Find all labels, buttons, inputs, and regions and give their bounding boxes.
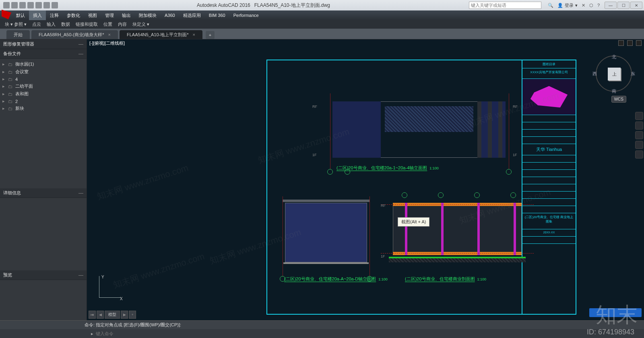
tree-item[interactable]: ▸🗀御水园(1)	[2, 60, 84, 68]
help-icon[interactable]: ?	[597, 3, 600, 8]
ribbon-panel-blockdef[interactable]: 块定义 ▾	[132, 21, 149, 27]
tree-item[interactable]: ▸🗀2	[2, 98, 84, 105]
qat-undo-icon[interactable]	[43, 2, 50, 8]
app-logo-icon[interactable]	[2, 10, 11, 19]
ribbon-tab-annotate[interactable]: 注释	[46, 10, 63, 20]
layout-nav-next-icon[interactable]: ▶	[121, 311, 128, 319]
panel-header-preview[interactable]: 预览—	[0, 270, 87, 280]
ribbon-panel-block[interactable]: 块 ▾ 参照 ▾	[5, 21, 27, 27]
collapse-icon[interactable]: —	[78, 190, 83, 196]
ribbon-panel-pointcloud[interactable]: 点云	[32, 21, 41, 27]
ribbon-tab-featured[interactable]: 精选应用	[179, 10, 205, 20]
ribbon-tab-parametric[interactable]: 参数化	[63, 10, 84, 20]
nav-orbit-icon[interactable]	[635, 141, 643, 149]
grid-bubble-icon	[327, 169, 333, 175]
help-search-input[interactable]	[469, 2, 541, 9]
expand-icon[interactable]: ▸	[2, 99, 6, 104]
grid-line	[283, 196, 283, 277]
panel-header-detail[interactable]: 详细信息—	[0, 188, 87, 198]
ribbon-tab-default[interactable]: 默认	[12, 10, 29, 20]
ribbon-tab-a360[interactable]: A360	[161, 10, 179, 20]
qat-open-icon[interactable]	[11, 2, 18, 8]
nav-pan-icon[interactable]	[635, 122, 643, 130]
expand-icon[interactable]: ▸	[2, 62, 6, 67]
ribbon-panel-content[interactable]: 内容	[118, 21, 127, 27]
overlay-button[interactable]	[589, 308, 642, 317]
add-tab-button[interactable]: +	[206, 31, 215, 39]
collapse-icon[interactable]: —	[78, 272, 83, 278]
qat-saveas-icon[interactable]	[27, 2, 34, 8]
tb-cell	[522, 237, 576, 244]
window-close-button[interactable]: ✕	[630, 2, 642, 9]
nav-wheel-icon[interactable]	[635, 112, 643, 120]
wcs-badge[interactable]: WCS	[611, 96, 626, 103]
tree-item[interactable]: ▸🗀新块	[2, 105, 84, 112]
drawing-canvas[interactable]: [-][俯视][二维线框] 图纸目录 XXXX房地产开发有限公司 天华 Tian…	[87, 39, 644, 320]
document-tabs: 开始 FLAA58RH_A50-(商业)墙身大样*× FLAA54N5_A10-…	[0, 29, 644, 39]
search-icon[interactable]: 🔍	[548, 3, 553, 8]
expand-icon[interactable]: ▸	[2, 69, 6, 74]
layout-nav-prev-icon[interactable]: ◀	[97, 311, 104, 319]
ribbon-tab-output[interactable]: 输出	[118, 10, 135, 20]
tree-item[interactable]: ▸🗀4	[2, 76, 84, 82]
ribbon-tab-manage[interactable]: 管理	[101, 10, 118, 20]
qat-new-icon[interactable]	[3, 2, 10, 8]
folder-icon: 🗀	[8, 84, 14, 89]
tb-cell	[522, 199, 576, 206]
viewport-close-icon[interactable]	[636, 40, 642, 46]
layout-nav-first-icon[interactable]: ⏮	[89, 311, 96, 319]
viewcube-west[interactable]: 西	[592, 71, 597, 77]
stayconnected-icon[interactable]: ⬡	[589, 3, 593, 8]
qat-plot-icon[interactable]	[35, 2, 42, 8]
layout-add-button[interactable]: +	[129, 311, 136, 319]
signin-button[interactable]: 👤 登录 ▾	[557, 2, 578, 8]
doc-tab-1[interactable]: FLAA58RH_A50-(商业)墙身大样*×	[31, 30, 118, 39]
ribbon-tab-view[interactable]: 视图	[84, 10, 101, 20]
viewport-minimize-icon[interactable]	[618, 40, 624, 46]
viewcube-east[interactable]: 东	[631, 71, 635, 77]
doc-tab-2[interactable]: FLAA54N5_A10-地上平立剖面*×	[120, 30, 202, 39]
expand-icon[interactable]: ▸	[2, 91, 6, 97]
panel-header-recovery[interactable]: 图形修复管理器—	[0, 39, 87, 49]
window-maximize-button[interactable]: ☐	[617, 2, 630, 9]
ribbon-panel-import[interactable]: 输入	[47, 21, 56, 27]
close-icon[interactable]: ×	[192, 32, 195, 37]
tree-item[interactable]: ▸🗀表和图	[2, 90, 84, 98]
ribbon-tab-addins[interactable]: 附加模块	[135, 10, 161, 20]
viewcube-south[interactable]: 南	[612, 88, 616, 94]
expand-icon[interactable]: ▸	[2, 84, 6, 89]
exchange-icon[interactable]: ✕	[582, 3, 585, 8]
ribbon-tab-performance[interactable]: Performance	[229, 10, 263, 20]
ribbon-tab-insert[interactable]: 插入	[29, 10, 46, 20]
expand-icon[interactable]: ▸	[2, 106, 6, 111]
tb-cell	[522, 115, 576, 122]
collapse-icon[interactable]: —	[78, 41, 83, 47]
close-icon[interactable]: ×	[108, 32, 111, 37]
ribbon-panel-linking[interactable]: 链接和提取	[76, 21, 98, 27]
viewcube-north[interactable]: 北	[612, 54, 616, 60]
ribbon-panel-location[interactable]: 位置	[103, 21, 112, 27]
layout-tab-model[interactable]: 模型	[105, 311, 120, 319]
doc-tab-start[interactable]: 开始	[6, 30, 30, 39]
tree-item[interactable]: ▸🗀会议室	[2, 68, 84, 76]
qat-redo-icon[interactable]	[52, 2, 58, 8]
viewport-label[interactable]: [-][俯视][二维线框]	[89, 40, 125, 46]
expand-icon[interactable]: ▸	[2, 76, 6, 82]
navigation-bar	[635, 112, 643, 159]
viewport-maximize-icon[interactable]	[627, 40, 633, 46]
title-bar: Autodesk AutoCAD 2016 FLAA54N5_A10-地上平立剖…	[0, 0, 644, 10]
ribbon-tab-bim360[interactable]: BIM 360	[205, 10, 229, 20]
qat-save-icon[interactable]	[19, 2, 26, 8]
viewcube-face[interactable]: 上	[608, 68, 621, 80]
nav-zoom-icon[interactable]	[635, 131, 643, 139]
level-label: RF	[513, 105, 518, 109]
window-minimize-button[interactable]: —	[605, 2, 617, 9]
ribbon-panel-data[interactable]: 数据	[61, 21, 70, 27]
elevation-drawing-1	[332, 101, 506, 158]
tree-item[interactable]: ▸🗀二幼平面	[2, 82, 84, 90]
view-cube[interactable]: 上 北 南 西 东	[596, 56, 632, 92]
command-input-line[interactable]: ▸ 键入命令	[0, 329, 644, 338]
collapse-icon[interactable]: —	[78, 51, 83, 57]
nav-showmotion-icon[interactable]	[635, 150, 643, 159]
panel-header-backup[interactable]: 备份文件—	[0, 49, 87, 59]
